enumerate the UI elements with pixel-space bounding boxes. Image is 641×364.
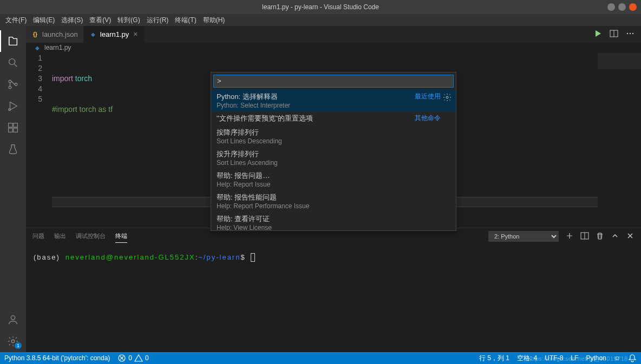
- palette-item[interactable]: 帮助: 报告性能问题 Help: Report Performance Issu…: [211, 190, 456, 212]
- svg-rect-7: [9, 128, 12, 132]
- palette-item[interactable]: "文件操作需要预览"的重置选项 其他命令: [211, 111, 456, 125]
- menu-view[interactable]: 查看(V): [86, 15, 114, 26]
- new-terminal-icon[interactable]: [565, 231, 574, 241]
- split-editor-icon[interactable]: [610, 29, 618, 39]
- palette-input[interactable]: [213, 75, 454, 88]
- status-python-env[interactable]: Python 3.8.5 64-bit ('pytorch': conda): [4, 354, 110, 362]
- python-icon: [89, 30, 97, 38]
- menu-bar: 文件(F) 编辑(E) 选择(S) 查看(V) 转到(G) 运行(R) 终端(T…: [0, 14, 641, 26]
- svg-point-1: [9, 80, 11, 83]
- breadcrumb[interactable]: learn1.py: [26, 43, 641, 53]
- svg-point-2: [9, 86, 11, 89]
- source-control-icon[interactable]: [0, 74, 26, 95]
- palette-item-select-interpreter[interactable]: Python: 选择解释器 Python: Select Interpreter…: [211, 90, 456, 111]
- tab-launch-json[interactable]: launch.json: [26, 26, 84, 43]
- tab-learn1-py[interactable]: learn1.py ×: [84, 26, 145, 43]
- command-palette: Python: 选择解释器 Python: Select Interpreter…: [211, 72, 456, 231]
- kill-terminal-icon[interactable]: [596, 231, 604, 241]
- activity-bar: 1: [0, 26, 26, 352]
- testing-icon[interactable]: [0, 138, 26, 160]
- code-editor[interactable]: 1 2 3 4 5 import torch #import torch as …: [26, 53, 641, 228]
- menu-help[interactable]: 帮助(H): [200, 15, 228, 26]
- svg-point-12: [627, 33, 628, 34]
- title-bar: learn1.py - py-learn - Visual Studio Cod…: [0, 0, 641, 14]
- status-problems[interactable]: 0 0: [117, 354, 148, 362]
- gear-icon[interactable]: [443, 93, 452, 103]
- terminal[interactable]: (base) neverland@neverland-GL552JX:~/py-…: [26, 244, 641, 352]
- tab-label: learn1.py: [100, 30, 129, 38]
- python-icon: [34, 44, 41, 51]
- svg-point-10: [11, 340, 15, 343]
- maximize-panel-icon[interactable]: [611, 231, 619, 241]
- status-encoding[interactable]: UTF-8: [545, 354, 563, 362]
- window-title: learn1.py - py-learn - Visual Studio Cod…: [262, 3, 379, 11]
- menu-select[interactable]: 选择(S): [58, 15, 86, 26]
- panel-tab-output[interactable]: 输出: [54, 230, 66, 242]
- palette-item[interactable]: 按降序排列行 Sort Lines Descending: [211, 125, 456, 147]
- settings-icon[interactable]: 1: [0, 330, 26, 352]
- svg-rect-5: [9, 123, 12, 127]
- run-icon[interactable]: [593, 29, 602, 39]
- window-controls: [607, 3, 641, 11]
- menu-edit[interactable]: 编辑(E): [30, 15, 58, 26]
- cursor: [251, 253, 255, 262]
- bottom-panel: 问题 输出 调试控制台 终端 2: Python (base): [26, 228, 641, 352]
- svg-point-13: [630, 33, 631, 34]
- status-feedback-icon[interactable]: ☺: [614, 354, 620, 362]
- tab-label: launch.json: [42, 30, 78, 38]
- status-ln-col[interactable]: 行 5，列 1: [479, 354, 509, 363]
- status-bell-icon[interactable]: [628, 354, 637, 362]
- svg-point-4: [9, 109, 11, 111]
- close-button[interactable]: [629, 3, 637, 11]
- svg-point-15: [446, 96, 448, 98]
- svg-point-3: [15, 83, 17, 86]
- minimap[interactable]: [598, 53, 641, 228]
- status-language[interactable]: Python: [586, 354, 606, 362]
- minimap-slider[interactable]: [598, 53, 641, 69]
- recent-badge: 最近使用: [415, 92, 441, 101]
- status-bar: Python 3.8.5 64-bit ('pytorch': conda) 0…: [0, 352, 641, 364]
- tab-bar: launch.json learn1.py ×: [26, 26, 641, 43]
- minimize-button[interactable]: [607, 3, 615, 11]
- palette-item[interactable]: 帮助: 报告问题… Help: Report Issue: [211, 169, 456, 190]
- json-icon: [31, 30, 39, 38]
- svg-point-0: [9, 59, 15, 65]
- svg-rect-6: [14, 123, 17, 127]
- search-icon[interactable]: [0, 52, 26, 74]
- extensions-icon[interactable]: [0, 117, 26, 138]
- explorer-icon[interactable]: [0, 30, 26, 52]
- close-panel-icon[interactable]: [626, 231, 635, 241]
- palette-list: Python: 选择解释器 Python: Select Interpreter…: [211, 90, 456, 230]
- svg-rect-8: [14, 128, 17, 132]
- terminal-select[interactable]: 2: Python: [488, 231, 559, 242]
- editor-area: launch.json learn1.py × learn: [26, 26, 641, 352]
- panel-tab-debug[interactable]: 调试控制台: [76, 230, 106, 242]
- menu-go[interactable]: 转到(G): [114, 15, 143, 26]
- status-spaces[interactable]: 空格: 4: [517, 354, 537, 363]
- panel-tab-problems[interactable]: 问题: [32, 230, 44, 242]
- menu-run[interactable]: 运行(R): [143, 15, 172, 26]
- panel-tab-terminal[interactable]: 终端: [115, 230, 127, 243]
- settings-badge: 1: [15, 342, 22, 349]
- breadcrumb-file: learn1.py: [44, 44, 71, 51]
- line-gutter: 1 2 3 4 5: [26, 53, 52, 228]
- svg-point-9: [11, 316, 15, 320]
- split-terminal-icon[interactable]: [580, 231, 589, 241]
- run-debug-icon[interactable]: [0, 95, 26, 117]
- more-icon[interactable]: [626, 29, 635, 39]
- close-icon[interactable]: ×: [132, 30, 139, 38]
- status-eol[interactable]: LF: [571, 354, 578, 362]
- svg-point-14: [632, 33, 633, 34]
- other-badge: 其他命令: [415, 114, 441, 123]
- menu-file[interactable]: 文件(F): [2, 15, 30, 26]
- accounts-icon[interactable]: [0, 309, 26, 330]
- palette-item[interactable]: 按升序排列行 Sort Lines Ascending: [211, 147, 456, 169]
- maximize-button[interactable]: [618, 3, 626, 11]
- menu-terminal[interactable]: 终端(T): [172, 15, 199, 26]
- palette-item[interactable]: 帮助: 查看许可证 Help: View License: [211, 212, 456, 230]
